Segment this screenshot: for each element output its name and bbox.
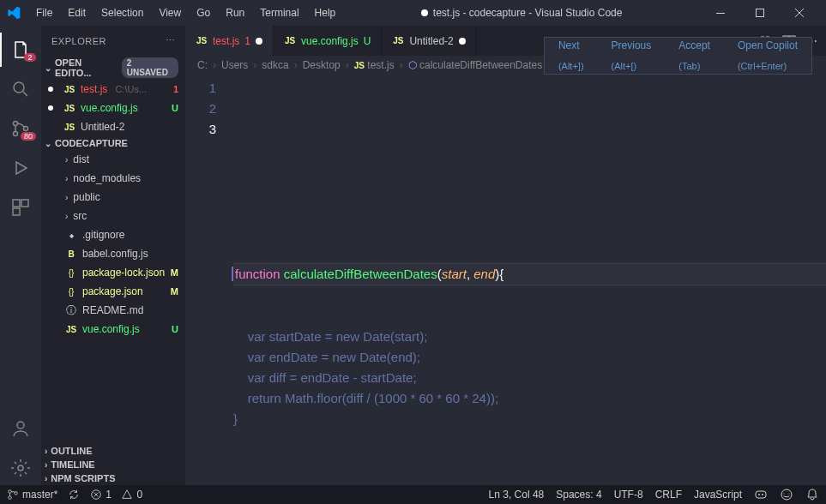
status-bell-icon[interactable] [805, 488, 819, 501]
file-icon: {} [65, 287, 77, 297]
menu-help[interactable]: Help [308, 3, 343, 22]
breadcrumb-item[interactable]: C: [197, 59, 208, 71]
menu-edit[interactable]: Edit [61, 3, 93, 22]
file-name: vue.config.js [82, 323, 140, 335]
activity-settings[interactable] [0, 451, 41, 485]
tab-test-js[interactable]: JStest.js1 [185, 26, 274, 56]
chevron-right-icon: › [65, 174, 68, 183]
copilot-shortcut: (Ctrl+Enter) [738, 56, 798, 76]
copilot-previous[interactable]: Previous(Alt+[) [598, 38, 666, 74]
svg-point-10 [18, 465, 23, 471]
chevron-down-icon: ⌄ [45, 63, 51, 73]
menu-view[interactable]: View [152, 3, 188, 22]
breadcrumb-item[interactable]: ⬡ calculateDiffBetweenDates [408, 59, 543, 71]
tree-item[interactable]: Bbabel.config.js [41, 244, 185, 263]
tree-item[interactable]: ⬥.gitignore [41, 225, 185, 244]
menu-bar: FileEditSelectionViewGoRunTerminalHelp [29, 3, 342, 22]
project-section[interactable]: ⌄ CODECAPTURE [41, 136, 185, 150]
tree-item[interactable]: {}package-lock.jsonM [41, 263, 185, 282]
copilot-accept[interactable]: Accept(Tab) [665, 38, 724, 74]
file-icon: ⓘ [65, 303, 77, 318]
activity-debug[interactable] [0, 151, 41, 185]
breadcrumb-item[interactable]: sdkca [262, 59, 288, 71]
file-icon: {} [65, 268, 77, 278]
tab-modifier: 1 [244, 35, 250, 47]
open-editors-section[interactable]: ⌄ OPEN EDITO... 2 UNSAVED [41, 56, 185, 80]
status-spaces[interactable]: Spaces: 4 [556, 489, 601, 501]
tab-modifier: U [364, 35, 371, 47]
tree-item[interactable]: ›node_modules [41, 169, 185, 188]
status-eol[interactable]: CRLF [655, 489, 682, 501]
status-cursor[interactable]: Ln 3, Col 48 [489, 489, 545, 501]
menu-run[interactable]: Run [219, 3, 251, 22]
breadcrumb-sep: › [346, 59, 349, 71]
svg-rect-0 [716, 13, 725, 14]
activity-account[interactable] [0, 411, 41, 446]
editor-item[interactable]: JStest.js C:\Us...1 [41, 80, 185, 99]
code-body[interactable]: Next(Alt+])Previous(Alt+[)Accept(Tab)Ope… [233, 75, 826, 485]
copilot-next[interactable]: Next(Alt+]) [545, 38, 598, 74]
minimize-button[interactable] [701, 0, 740, 26]
tree-item[interactable]: ›src [41, 207, 185, 225]
file-modifier: U [172, 324, 178, 334]
status-encoding[interactable]: UTF-8 [614, 489, 643, 501]
tree-item[interactable]: ›dist [41, 150, 185, 169]
activity-bar: 2 80 [0, 26, 41, 485]
code-editor[interactable]: 123 Next(Alt+])Previous(Alt+[)Accept(Tab… [185, 75, 826, 485]
svg-point-12 [9, 490, 12, 494]
tab-vue-config.js[interactable]: JSvue.config.jsU [274, 26, 382, 56]
file-modifier: 1 [173, 84, 178, 94]
code-line-active[interactable]: function calculateDiffBetweenDates(start… [233, 263, 826, 285]
svg-point-9 [17, 422, 24, 429]
tab-label: vue.config.js [301, 35, 359, 47]
panel-timeline[interactable]: ›TIMELINE [41, 458, 185, 471]
editor-item[interactable]: JSvue.config.jsU [41, 99, 185, 117]
tree-item[interactable]: ›public [41, 188, 185, 207]
status-branch[interactable]: master* [7, 489, 57, 501]
tab-Untitled-2[interactable]: JSUntitled-2 [382, 26, 476, 56]
panel-outline[interactable]: ›OUTLINE [41, 444, 185, 458]
tree-item[interactable]: {}package.jsonM [41, 282, 185, 301]
close-button[interactable] [780, 0, 819, 26]
menu-terminal[interactable]: Terminal [253, 3, 305, 22]
unsaved-badge: 2 UNSAVED [122, 57, 178, 78]
editor-item[interactable]: JSUntitled-2 [41, 117, 185, 136]
status-copilot-icon[interactable] [754, 488, 768, 501]
maximize-button[interactable] [740, 0, 780, 26]
dirty-dot-icon [459, 38, 466, 45]
js-file-icon: JS [63, 123, 75, 132]
activity-explorer[interactable]: 2 [0, 33, 41, 67]
tree-item[interactable]: JSvue.config.jsU [41, 320, 185, 339]
breadcrumb-item[interactable]: Desktop [303, 59, 341, 71]
activity-search[interactable] [0, 72, 41, 106]
menu-file[interactable]: File [29, 3, 59, 22]
menu-selection[interactable]: Selection [94, 3, 150, 22]
status-feedback-icon[interactable] [780, 488, 793, 501]
status-language[interactable]: JavaScript [694, 489, 742, 501]
svg-point-13 [9, 496, 12, 500]
activity-scm[interactable]: 80 [0, 111, 41, 146]
sidebar-more-icon[interactable]: ⋯ [166, 35, 176, 46]
chevron-right-icon: › [65, 193, 68, 202]
status-problems[interactable]: 1 0 [90, 489, 142, 501]
breadcrumb-item[interactable]: Users [221, 59, 248, 71]
menu-go[interactable]: Go [190, 3, 217, 22]
file-icon: ⬥ [65, 229, 77, 241]
breadcrumb-item[interactable]: JS test.js [354, 59, 395, 71]
line-gutter: 123 [185, 75, 233, 485]
tab-label: test.js [213, 35, 239, 47]
breadcrumb-sep: › [294, 59, 298, 71]
copilot-action-label: Open Copilot [738, 35, 798, 56]
ghost-suggestion-line: } [233, 409, 826, 429]
file-name: .gitignore [82, 229, 124, 241]
line-number: 1 [185, 78, 216, 99]
copilot-open-copilot[interactable]: Open Copilot(Ctrl+Enter) [724, 38, 811, 74]
status-sync[interactable] [68, 489, 80, 501]
activity-extensions[interactable] [0, 190, 41, 225]
panel-npm-scripts[interactable]: ›NPM SCRIPTS [41, 471, 185, 485]
js-file-icon: JS [284, 36, 296, 45]
file-modifier: M [171, 267, 178, 278]
param-start: start [442, 267, 467, 281]
tree-item[interactable]: ⓘREADME.md [41, 301, 185, 320]
sidebar: EXPLORER ⋯ ⌄ OPEN EDITO... 2 UNSAVED JSt… [41, 26, 185, 485]
